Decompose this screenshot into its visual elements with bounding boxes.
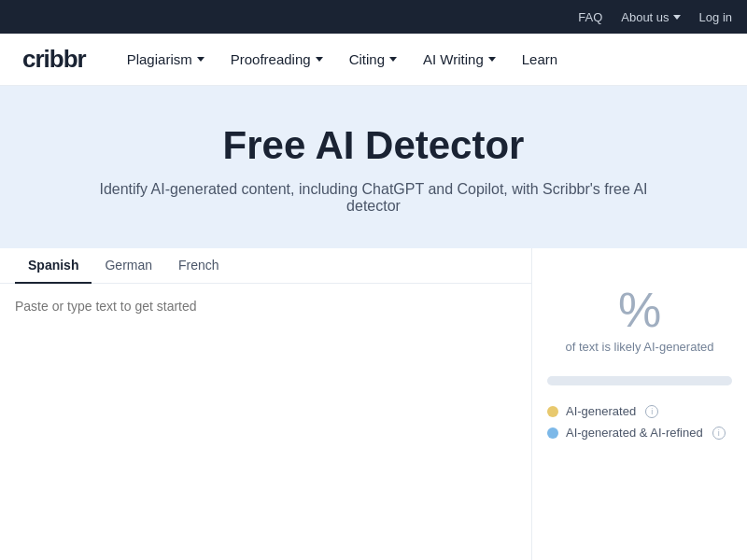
ai-dot-icon xyxy=(547,406,558,417)
text-input[interactable] xyxy=(0,284,531,560)
nav-item-proofreading[interactable]: Proofreading xyxy=(219,44,334,75)
proofreading-chevron-icon xyxy=(316,57,323,62)
percentage-display: % of text is likely AI-generated xyxy=(547,263,732,365)
about-us-link[interactable]: About us xyxy=(621,10,680,24)
lang-tab-french[interactable]: French xyxy=(165,248,233,284)
ai-refined-info-icon[interactable]: i xyxy=(712,427,726,440)
ai-info-icon[interactable]: i xyxy=(645,405,658,418)
legend-item-ai-refined: AI-generated & AI-refined i xyxy=(547,426,732,440)
plagiarism-chevron-icon xyxy=(197,57,204,62)
nav-item-learn[interactable]: Learn xyxy=(511,44,569,75)
right-panel: % of text is likely AI-generated AI-gene… xyxy=(532,248,747,560)
ai-label: AI-generated xyxy=(566,404,636,418)
logo[interactable]: cribbr xyxy=(22,45,86,74)
nav-item-ai-writing[interactable]: AI Writing xyxy=(412,44,507,75)
legend: AI-generated i AI-generated & AI-refined… xyxy=(547,404,732,440)
ai-refined-dot-icon xyxy=(547,427,558,439)
left-panel: Spanish German French xyxy=(0,248,532,560)
ai-refined-label: AI-generated & AI-refined xyxy=(566,426,703,440)
percentage-label: of text is likely AI-generated xyxy=(566,340,714,354)
legend-item-ai: AI-generated i xyxy=(547,404,732,418)
login-link[interactable]: Log in xyxy=(699,10,732,24)
nav-plagiarism-label: Plagiarism xyxy=(127,51,192,67)
nav-item-citing[interactable]: Citing xyxy=(338,44,408,75)
nav-item-plagiarism[interactable]: Plagiarism xyxy=(116,44,216,75)
hero-section: Free AI Detector Identify AI-generated c… xyxy=(0,86,747,248)
ai-writing-chevron-icon xyxy=(488,57,496,62)
hero-subtitle: Identify AI-generated content, including… xyxy=(93,181,654,215)
about-us-chevron-icon xyxy=(673,15,681,20)
nav-menu: Plagiarism Proofreading Citing AI Writin… xyxy=(116,44,569,75)
nav-citing-label: Citing xyxy=(349,51,385,67)
nav-learn-label: Learn xyxy=(522,51,557,67)
lang-tab-german[interactable]: German xyxy=(92,248,165,284)
citing-chevron-icon xyxy=(389,57,397,62)
language-tabs: Spanish German French xyxy=(0,248,531,284)
nav-proofreading-label: Proofreading xyxy=(231,51,311,67)
top-bar: FAQ About us Log in xyxy=(0,0,747,34)
lang-tab-spanish[interactable]: Spanish xyxy=(15,248,92,284)
faq-link[interactable]: FAQ xyxy=(578,10,602,24)
navbar: cribbr Plagiarism Proofreading Citing AI… xyxy=(0,34,747,86)
about-us-label: About us xyxy=(621,10,669,24)
content-area: Spanish German French % of text is likel… xyxy=(0,248,747,560)
percentage-value: % xyxy=(618,286,661,334)
nav-ai-writing-label: AI Writing xyxy=(423,51,484,67)
progress-bar xyxy=(547,376,732,385)
hero-title: Free AI Detector xyxy=(22,123,725,168)
